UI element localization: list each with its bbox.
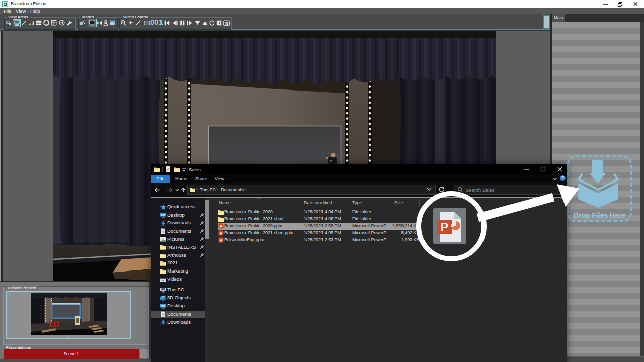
svg-text:P: P bbox=[440, 220, 448, 234]
